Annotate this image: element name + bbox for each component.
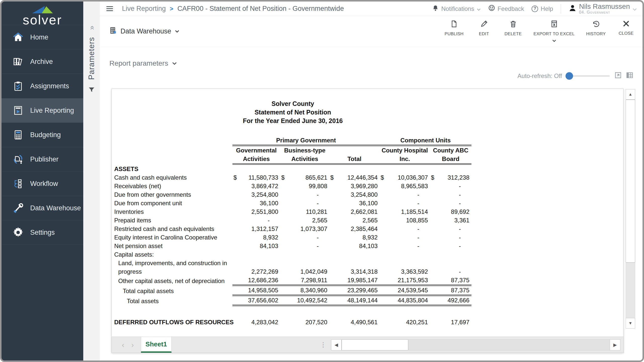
breadcrumb-separator-icon: > (170, 5, 173, 12)
row-label: Total capital assets (114, 285, 232, 295)
parameters-rail-label[interactable]: Parameters (87, 37, 96, 80)
cell-value: 420,251 (380, 318, 430, 327)
cell-value: 12,686,236 (232, 276, 280, 285)
auto-refresh-slider[interactable] (567, 75, 610, 77)
spacer-row (114, 327, 471, 335)
cell-value: 1,042,049 (280, 259, 329, 276)
cell-value: 108,855 (380, 216, 430, 225)
cell-value: 17,697 (430, 318, 471, 327)
warehouse-icon (109, 27, 117, 36)
cell-value: 8,932 (232, 233, 280, 242)
hscroll-thumb[interactable] (342, 339, 408, 350)
toolbar-button-label: PUBLISH (445, 31, 464, 36)
cell-value: - (232, 216, 280, 225)
vertical-scrollbar[interactable]: ▲ ▼ (626, 89, 635, 329)
cell-value: 110,281 (280, 208, 329, 216)
sidebar-item-label: Publisher (30, 155, 59, 163)
user-menu[interactable]: Nils Rasmussen 04. Government (569, 3, 637, 14)
sidebar-item-label: Home (30, 33, 48, 41)
sidebar-item-assignments[interactable]: Assignments (2, 74, 83, 98)
scroll-down-icon[interactable]: ▼ (626, 318, 635, 329)
publish-button[interactable]: PUBLISH (445, 20, 464, 36)
sidebar-nav: HomeArchiveAssignmentsLive ReportingBudg… (2, 25, 83, 245)
cell-value: 8,932 (329, 233, 380, 242)
row-label: Cash and cash equivalents (114, 173, 232, 182)
row-label: Prepaid items (114, 216, 232, 225)
row-label: LIABILITIES (114, 335, 471, 337)
sheet-nav-right-icon[interactable]: › (128, 341, 137, 349)
cell-value: $10,036,307 (380, 173, 430, 182)
notifications-button[interactable]: Notifications (432, 5, 481, 13)
cell-value: - (280, 242, 329, 250)
row-label: Total assets (114, 295, 232, 305)
vscroll-thumb[interactable] (626, 100, 635, 263)
feedback-button[interactable]: Feedback (488, 5, 524, 13)
column-header: GovernmentalActivities (232, 145, 280, 164)
popout-icon[interactable] (614, 71, 622, 81)
publish-icon (450, 20, 458, 29)
scroll-right-icon[interactable]: ▶ (610, 339, 620, 350)
header-spacer-cell (114, 136, 232, 145)
cell-value: 8,965,583 (380, 182, 430, 190)
horizontal-scrollbar[interactable]: ◀ ▶ (331, 339, 620, 351)
cell-value: 492,666 (430, 295, 471, 305)
sidebar-item-data-warehouse[interactable]: Data Warehouse (2, 196, 83, 220)
sheet-nav-left-icon[interactable]: ‹ (118, 341, 128, 349)
row-label: Due from component unit (114, 199, 232, 208)
spreadsheet-content: Solver CountyStatement of Net PositionFo… (112, 89, 623, 337)
scroll-up-icon[interactable]: ▲ (626, 89, 635, 100)
user-name: Nils Rasmussen (579, 3, 630, 10)
splitter-handle-icon[interactable]: ⋮ (320, 341, 327, 349)
table-row: LIABILITIES (114, 335, 471, 337)
solver-logo[interactable]: solver (2, 2, 83, 25)
cell-value: 1,312,157 (232, 225, 280, 233)
cell-value: $11,580,733 (232, 173, 280, 182)
sidebar-item-settings[interactable]: Settings (2, 220, 83, 245)
hscroll-track[interactable] (408, 339, 610, 350)
auto-refresh-row: Auto-refresh: Off (100, 71, 642, 81)
help-button[interactable]: ? Help (532, 5, 553, 12)
report-parameters-toggle[interactable]: Report parameters (109, 59, 642, 67)
cell-value: 2,565 (280, 216, 329, 225)
delete-button[interactable]: DELETE (504, 20, 522, 36)
sidebar-item-publisher[interactable]: Publisher (2, 147, 83, 172)
export-to-excel-button[interactable]: EXPORT TO EXCEL (534, 20, 575, 43)
group-header-row: Primary GovernmentComponent Units (114, 136, 471, 145)
table-row: DEFERRED OUTFLOWS OF RESOURCES4,283,0422… (114, 318, 471, 327)
close-button[interactable]: CLOSE (617, 20, 635, 36)
chevron-down-icon (632, 5, 637, 12)
spacer-row (114, 305, 471, 318)
sidebar-item-budgeting[interactable]: Budgeting (2, 123, 83, 147)
sidebar-item-workflow[interactable]: Workflow (2, 172, 83, 196)
sidebar-item-archive[interactable]: Archive (2, 50, 83, 74)
cell-value: 10,492,542 (280, 295, 329, 305)
filter-icon[interactable] (88, 86, 95, 94)
vscroll-track[interactable] (626, 263, 635, 318)
history-button[interactable]: HISTORY (586, 20, 606, 36)
publisher-icon (11, 154, 26, 165)
sidebar-item-home[interactable]: Home (2, 25, 83, 50)
sidebar-item-label: Data Warehouse (30, 204, 81, 212)
report-title: Solver CountyStatement of Net PositionFo… (114, 99, 471, 125)
sheet-tab[interactable]: Sheet1 (141, 337, 172, 353)
table-row: Capital assets: (114, 250, 471, 259)
hamburger-menu-icon[interactable] (106, 6, 113, 11)
cell-value: 3,361 (430, 216, 471, 225)
cell-value: 44,835,804 (380, 295, 430, 305)
scroll-left-icon[interactable]: ◀ (331, 339, 342, 350)
expand-panel-icon[interactable]: » (87, 26, 96, 30)
grid-view-icon[interactable] (626, 71, 633, 81)
edit-button[interactable]: EDIT (475, 20, 493, 36)
data-source-dropdown[interactable]: Data Warehouse (109, 27, 179, 36)
main-area: Live Reporting > CAFR00 - Statement of N… (100, 2, 642, 360)
cell-value: 84,103 (329, 242, 380, 250)
breadcrumb-section[interactable]: Live Reporting (122, 5, 166, 13)
cell-value: 2,385,464 (329, 225, 380, 233)
auto-refresh-knob[interactable] (566, 72, 573, 80)
report-toolbar: Data Warehouse PUBLISHEDITDELETEEXPORT T… (100, 16, 642, 47)
cell-value: 89,692 (430, 208, 471, 216)
data-warehouse-icon (11, 202, 26, 214)
cell-value: - (430, 182, 471, 190)
sidebar-item-live-reporting[interactable]: Live Reporting (2, 98, 83, 123)
report-table: Primary GovernmentComponent UnitsGovernm… (114, 136, 471, 337)
